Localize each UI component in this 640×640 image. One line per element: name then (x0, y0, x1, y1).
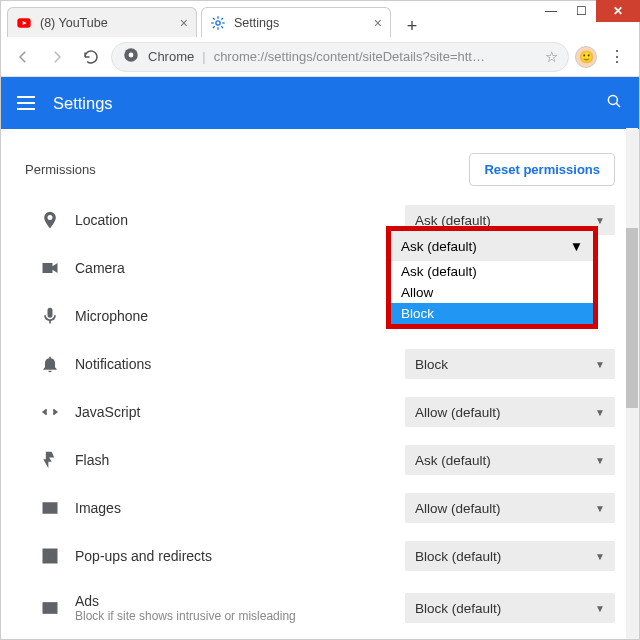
perm-label: Camera (75, 260, 405, 276)
svg-rect-15 (43, 603, 56, 613)
perm-images-row: ImagesAllow (default)▼ (25, 484, 615, 532)
back-button[interactable] (9, 43, 37, 71)
window-close-button[interactable]: ✕ (596, 0, 640, 22)
dropdown-option-block[interactable]: Block (391, 303, 593, 324)
perm-label: Pop-ups and redirects (75, 548, 405, 564)
svg-line-8 (213, 26, 215, 28)
perm-label: Location (75, 212, 405, 228)
youtube-icon (16, 15, 32, 31)
perm-popup-row: Pop-ups and redirectsBlock (default)▼ (25, 532, 615, 580)
window-maximize-button[interactable]: ☐ (566, 0, 596, 22)
perm-js-row: JavaScriptAllow (default)▼ (25, 388, 615, 436)
select-value: Block (415, 357, 448, 372)
svg-line-6 (213, 18, 215, 20)
svg-line-9 (221, 18, 223, 20)
reset-permissions-button[interactable]: Reset permissions (469, 153, 615, 186)
chevron-down-icon: ▼ (595, 455, 605, 466)
ads-icon (25, 598, 75, 618)
perm-flash-select[interactable]: Ask (default)▼ (405, 445, 615, 475)
images-icon (25, 498, 75, 518)
perm-label: Images (75, 500, 405, 516)
chevron-down-icon: ▼ (595, 551, 605, 562)
omnibox-scheme: Chrome (148, 49, 194, 64)
svg-point-11 (129, 53, 134, 58)
perm-label: Microphone (75, 308, 405, 324)
chevron-down-icon: ▼ (570, 239, 583, 254)
svg-line-13 (616, 103, 620, 107)
window-scrollbar-track[interactable] (626, 128, 638, 638)
hamburger-icon[interactable] (17, 102, 35, 104)
perm-label: Flash (75, 452, 405, 468)
tab-youtube[interactable]: (8) YouTube × (7, 7, 197, 37)
location-icon (25, 210, 75, 230)
chevron-down-icon: ▼ (595, 359, 605, 370)
select-value: Block (default) (415, 601, 501, 616)
settings-content: Permissions Reset permissions LocationAs… (1, 129, 639, 640)
chrome-lock-icon (122, 46, 140, 67)
omnibox-url: chrome://settings/content/siteDetails?si… (214, 49, 485, 64)
perm-label: Ads (75, 593, 405, 609)
perm-sublabel: Block if site shows intrusive or mislead… (75, 609, 405, 623)
select-value: Allow (default) (415, 405, 501, 420)
search-icon[interactable] (605, 92, 623, 114)
perm-label: Notifications (75, 356, 405, 372)
svg-line-7 (221, 26, 223, 28)
perm-js-select[interactable]: Allow (default)▼ (405, 397, 615, 427)
tab-title: (8) YouTube (40, 16, 172, 30)
chevron-down-icon: ▼ (595, 407, 605, 418)
tab-title: Settings (234, 16, 366, 30)
perm-ads-row: AdsBlock if site shows intrusive or misl… (25, 580, 615, 636)
reload-button[interactable] (77, 43, 105, 71)
dropdown-option-ask[interactable]: Ask (default) (391, 261, 593, 282)
omnibox[interactable]: Chrome | chrome://settings/content/siteD… (111, 42, 569, 72)
camera-icon (25, 258, 75, 278)
select-value: Ask (default) (415, 453, 491, 468)
window-minimize-button[interactable]: — (536, 0, 566, 22)
js-icon (25, 402, 75, 422)
perm-flash-row: FlashAsk (default)▼ (25, 436, 615, 484)
select-value: Block (default) (415, 549, 501, 564)
settings-header: Settings (1, 77, 639, 129)
chevron-down-icon: ▼ (595, 503, 605, 514)
perm-images-select[interactable]: Allow (default)▼ (405, 493, 615, 523)
flash-icon (25, 450, 75, 470)
perm-ads-select[interactable]: Block (default)▼ (405, 593, 615, 623)
tab-close-icon[interactable]: × (180, 15, 188, 31)
perm-bell-row: NotificationsBlock▼ (25, 340, 615, 388)
svg-point-12 (608, 95, 617, 104)
section-title: Permissions (25, 162, 96, 177)
perm-camera-select[interactable]: Ask (default) ▼ (391, 231, 593, 261)
profile-avatar[interactable]: 🙂 (575, 46, 597, 68)
select-value: Ask (default) (401, 239, 477, 254)
chevron-down-icon: ▼ (595, 603, 605, 614)
bell-icon (25, 354, 75, 374)
select-value: Allow (default) (415, 501, 501, 516)
star-icon[interactable]: ☆ (545, 48, 558, 66)
svg-point-1 (216, 20, 220, 24)
new-tab-button[interactable]: + (401, 15, 423, 37)
perm-popup-select[interactable]: Block (default)▼ (405, 541, 615, 571)
camera-dropdown-highlight: Ask (default) ▼ Ask (default) Allow Bloc… (386, 226, 598, 329)
tab-close-icon[interactable]: × (374, 15, 382, 31)
toolbar: Chrome | chrome://settings/content/siteD… (1, 37, 639, 77)
window-scrollbar-thumb[interactable] (626, 228, 638, 408)
forward-button[interactable] (43, 43, 71, 71)
popup-icon (25, 546, 75, 566)
gear-icon (210, 15, 226, 31)
chevron-down-icon: ▼ (595, 215, 605, 226)
tab-settings[interactable]: Settings × (201, 7, 391, 37)
browser-menu-button[interactable]: ⋮ (603, 43, 631, 71)
mic-icon (25, 306, 75, 326)
perm-bell-select[interactable]: Block▼ (405, 349, 615, 379)
settings-title: Settings (53, 94, 113, 113)
dropdown-option-allow[interactable]: Allow (391, 282, 593, 303)
perm-label: JavaScript (75, 404, 405, 420)
